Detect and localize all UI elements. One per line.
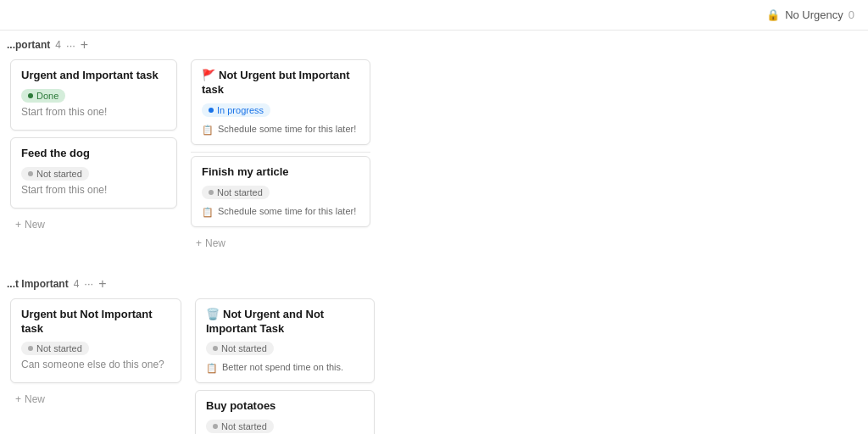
not-important-group-count: 4: [74, 278, 80, 290]
card-subtitle: Start from this one!: [21, 184, 166, 196]
status-badge: Not started: [206, 420, 274, 433]
card-title: Urgent but Not Important task: [21, 308, 170, 337]
not-important-group-plus[interactable]: +: [98, 276, 106, 292]
not-important-group-dots[interactable]: ···: [84, 277, 93, 290]
badge-dot: [213, 424, 218, 429]
no-urgency-count: 0: [849, 8, 854, 21]
badge-dot: [209, 108, 214, 113]
badge-dot: [28, 346, 33, 351]
badge-dot: [209, 190, 214, 195]
new-plus-icon: +: [15, 393, 21, 405]
new-plus-icon: +: [196, 237, 202, 249]
note-icon: 📋: [206, 363, 218, 374]
new-item-button[interactable]: + New: [10, 215, 177, 234]
status-badge: In progress: [202, 103, 270, 117]
flag-icon: 🚩: [202, 69, 215, 81]
status-badge: Not started: [206, 342, 274, 355]
card-title: 🚩Not Urgent but Important task: [202, 69, 359, 97]
important-group-count: 4: [55, 39, 61, 51]
not-important-group-label: ...t Important: [7, 278, 69, 290]
not-urgent-not-important-quadrant: 🗑️Not Urgent and Not Important Task Not …: [192, 295, 378, 434]
no-urgency-section: 🔒 No Urgency 0: [766, 8, 854, 21]
not-important-quadrant-pair: Urgent but Not Important task Not starte…: [7, 295, 861, 434]
card-not-urgent-important-2: Finish my article Not started 📋 Schedule…: [191, 156, 370, 227]
status-badge: Not started: [21, 342, 89, 355]
status-badge: Done: [21, 89, 65, 103]
full-board: ...portant 4 ··· + Urgent and Important …: [0, 31, 868, 434]
card-title: Finish my article: [202, 165, 359, 180]
card-subtitle: Start from this one!: [21, 106, 166, 118]
new-item-button[interactable]: + New: [191, 234, 370, 253]
card-urgent-important-1: Urgent and Important task Done Start fro…: [10, 59, 177, 131]
card-not-urgent-important-1: 🚩Not Urgent but Important task In progre…: [191, 59, 370, 145]
important-group-dots[interactable]: ···: [66, 39, 75, 52]
lock-icon: 🔒: [766, 8, 780, 21]
not-urgent-important-quadrant: 🚩Not Urgent but Important task In progre…: [187, 56, 374, 256]
card-not-urgent-not-important-1: 🗑️Not Urgent and Not Important Task Not …: [195, 298, 375, 384]
note-icon: 📋: [202, 125, 214, 136]
kanban-board: 🔒 No Urgency 0 ...portant 4 ··· + Urgent…: [0, 0, 868, 434]
card-note: 📋 Schedule some time for this later!: [202, 124, 359, 136]
new-item-button[interactable]: + New: [10, 390, 181, 409]
card-title: Feed the dog: [21, 147, 166, 161]
card-urgent-important-2: Feed the dog Not started Start from this…: [10, 137, 177, 209]
no-urgency-label: No Urgency: [785, 8, 843, 21]
card-subtitle: Can someone else do this one?: [21, 359, 170, 370]
urgent-important-quadrant: Urgent and Important task Done Start fro…: [7, 56, 181, 256]
important-group-plus[interactable]: +: [81, 37, 88, 53]
card-note: 📋 Schedule some time for this later!: [202, 206, 359, 218]
not-important-group-header: ...t Important 4 ··· +: [7, 270, 861, 295]
note-icon: 📋: [202, 207, 214, 218]
new-plus-icon: +: [15, 219, 21, 231]
important-group-label: ...portant: [7, 39, 50, 51]
card-not-urgent-not-important-2: Buy potatoes Not started 📋 Better not sp…: [195, 390, 375, 434]
badge-dot: [213, 346, 218, 351]
status-badge: Not started: [202, 186, 270, 199]
top-header: 🔒 No Urgency 0: [0, 0, 868, 31]
divider: [191, 152, 370, 153]
card-title: Buy potatoes: [206, 399, 364, 414]
card-title: Urgent and Important task: [21, 69, 166, 83]
trash-icon: 🗑️: [206, 308, 220, 320]
status-badge: Not started: [21, 167, 89, 181]
card-note: 📋 Better not spend time on this.: [206, 362, 364, 374]
urgent-not-important-quadrant: Urgent but Not Important task Not starte…: [7, 295, 185, 434]
card-title: 🗑️Not Urgent and Not Important Task: [206, 308, 364, 337]
card-urgent-not-important-1: Urgent but Not Important task Not starte…: [10, 298, 181, 384]
important-group-header: ...portant 4 ··· +: [7, 31, 861, 56]
important-quadrant-pair: Urgent and Important task Done Start fro…: [7, 56, 861, 256]
badge-dot: [28, 93, 33, 98]
badge-dot: [28, 171, 33, 176]
board-content: ...portant 4 ··· + Urgent and Important …: [0, 31, 868, 434]
